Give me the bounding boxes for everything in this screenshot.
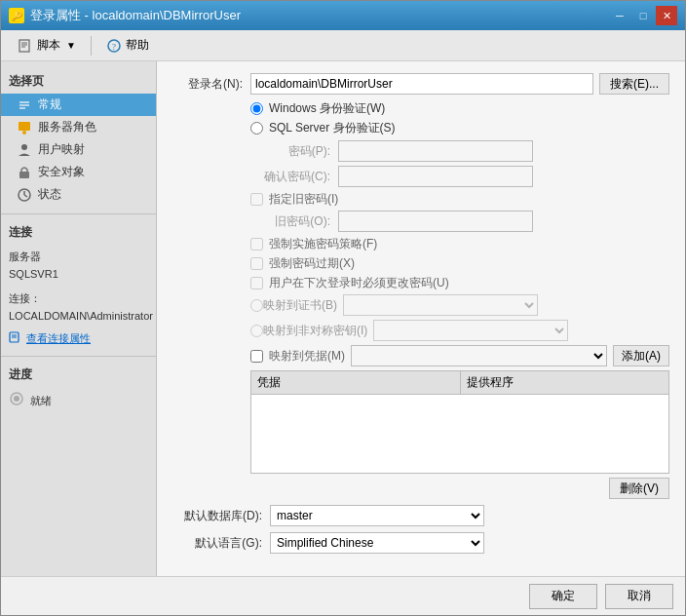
toolbar-separator [91,36,92,56]
old-password-section: 旧密码(O): [172,211,669,232]
script-dropdown-arrow: ▼ [66,40,76,51]
view-connection-props-link[interactable]: 查看连接属性 [1,328,156,348]
map-cert-row: 映射到证书(B) [172,294,669,316]
map-cert-radio[interactable] [250,299,263,312]
map-cert-label: 映射到证书(B) [263,297,337,314]
windows-auth-radio[interactable] [250,102,263,115]
main-window: 🔑 登录属性 - localdomain\DBMirrorUser ─ □ ✕ … [0,0,686,616]
old-password-row: 旧密码(O): [250,211,669,232]
progress-icon [9,391,24,412]
sidebar-item-general[interactable]: 常规 [1,94,156,116]
delete-button[interactable]: 删除(V) [609,478,669,499]
connection-info: 连接： LOCALDOMAIN\Administrator [1,287,156,328]
password-label: 密码(P): [250,143,338,160]
titlebar-controls: ─ □ ✕ [609,6,677,25]
maximize-button[interactable]: □ [632,6,654,25]
connection-label: 连接： [9,290,148,308]
help-icon: ? [106,38,122,54]
login-name-input[interactable] [250,73,593,95]
titlebar-left: 🔑 登录属性 - localdomain\DBMirrorUser [9,7,241,24]
old-password-label: 旧密码(O): [250,213,338,230]
server-info: 服务器 SQLSVR1 [1,245,156,287]
minimize-button[interactable]: ─ [609,6,630,25]
windows-auth-row: Windows 身份验证(W) [250,100,669,117]
map-cred-select[interactable] [351,345,607,366]
map-asym-key-select[interactable] [373,320,568,341]
help-button[interactable]: ? 帮助 [97,33,158,58]
password-input[interactable] [338,140,533,162]
svg-rect-10 [19,122,30,131]
confirm-password-input[interactable] [338,166,533,187]
script-button[interactable]: 脚本 ▼ [9,33,85,58]
sidebar-item-securables-label: 安全对象 [38,164,85,180]
ok-button[interactable]: 确定 [529,584,597,609]
must-change-checkbox[interactable] [250,277,263,289]
cred-table-header: 凭据 提供程序 [251,371,668,395]
sidebar-item-user-mapping[interactable]: 用户映射 [1,138,156,161]
right-panel: 登录名(N): 搜索(E)... Windows 身份验证(W) SQL Ser… [157,61,685,576]
sidebar-item-status-label: 状态 [38,186,61,203]
script-label: 脚本 [37,37,60,54]
status-icon [17,187,32,203]
map-cred-checkbox[interactable] [250,350,263,363]
cred-col-header: 凭据 [251,371,461,394]
specify-old-pwd-checkbox[interactable] [250,193,263,206]
svg-point-12 [21,144,27,150]
connection-value: LOCALDOMAIN\Administrator [9,308,148,326]
connection-section-title: 连接 [1,220,156,245]
svg-text:?: ? [112,42,116,52]
sql-auth-radio[interactable] [250,122,263,135]
script-icon [18,38,33,54]
cancel-button[interactable]: 取消 [605,584,673,609]
close-button[interactable]: ✕ [656,6,677,25]
auth-radio-group: Windows 身份验证(W) SQL Server 身份验证(S) [172,100,669,136]
enforce-policy-label: 强制实施密码策略(F) [269,236,377,252]
view-conn-props-label: 查看连接属性 [26,331,91,346]
enforce-expiry-checkbox[interactable] [250,257,263,270]
user-mapping-icon [17,142,32,158]
window-title: 登录属性 - localdomain\DBMirrorUser [30,7,241,24]
svg-line-16 [24,195,27,197]
sidebar-item-securables[interactable]: 安全对象 [1,161,156,183]
add-cred-button[interactable]: 添加(A) [613,345,669,366]
map-asym-key-label: 映射到非对称密钥(I) [263,323,367,339]
svg-point-11 [22,131,26,135]
main-content: 选择页 常规 服务器角色 用户映射 [1,61,685,576]
sidebar-section-title: 选择页 [1,69,156,94]
map-asym-key-radio[interactable] [250,325,263,337]
default-db-row: 默认数据库(D): master [172,505,669,526]
login-name-label: 登录名(N): [172,76,250,93]
confirm-password-row: 确认密码(C): [250,166,669,187]
provider-col-header: 提供程序 [461,371,669,394]
svg-point-21 [14,396,19,402]
enforce-expiry-label: 强制密码过期(X) [269,255,355,272]
old-password-input[interactable] [338,211,533,232]
progress-info: 就绪 [1,387,156,416]
map-cert-select[interactable] [343,294,538,316]
server-label: 服务器 [9,249,148,266]
default-lang-label: 默认语言(G): [172,535,270,552]
general-icon [17,97,32,113]
sidebar-item-server-roles[interactable]: 服务器角色 [1,116,156,138]
progress-section: 进度 就绪 [1,356,156,416]
enforce-policy-checkbox[interactable] [250,238,263,250]
default-lang-select[interactable]: Simplified Chinese [270,532,484,554]
sidebar-item-user-mapping-label: 用户映射 [38,141,85,158]
windows-auth-label: Windows 身份验证(W) [269,100,385,117]
server-value: SQLSVR1 [9,266,148,284]
must-change-row: 用户在下次登录时必须更改密码(U) [172,275,669,291]
delete-btn-row: 删除(V) [250,478,669,499]
connection-link-icon [9,330,22,346]
sidebar-item-server-roles-label: 服务器角色 [38,119,96,135]
map-cred-label: 映射到凭据(M) [269,348,345,365]
must-change-label: 用户在下次登录时必须更改密码(U) [269,275,449,291]
toolbar: 脚本 ▼ ? 帮助 [1,30,685,61]
sql-auth-row: SQL Server 身份验证(S) [250,120,669,136]
enforce-expiry-row: 强制密码过期(X) [172,255,669,272]
map-cred-row: 映射到凭据(M) 添加(A) [172,345,669,366]
login-name-row: 登录名(N): 搜索(E)... [172,73,669,95]
sidebar-item-status[interactable]: 状态 [1,183,156,206]
search-button[interactable]: 搜索(E)... [599,73,669,95]
window-icon: 🔑 [9,8,24,23]
default-db-select[interactable]: master [270,505,484,526]
